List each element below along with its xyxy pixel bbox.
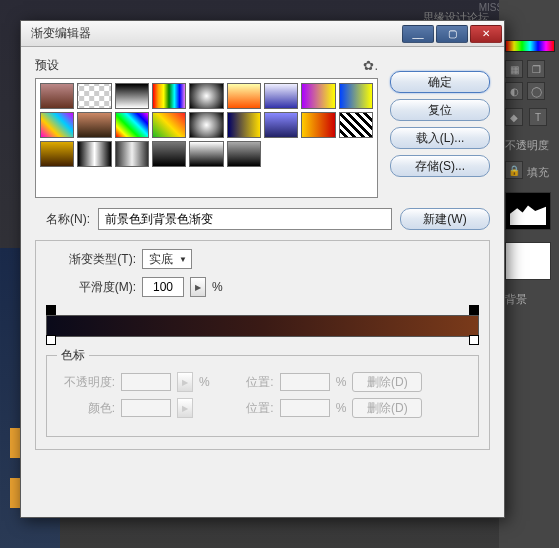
stop-position-input-1 xyxy=(280,373,330,391)
gear-icon[interactable]: ✿. xyxy=(363,58,378,73)
preset-swatch-3[interactable] xyxy=(152,83,186,109)
delete-opacity-stop-button: 删除(D) xyxy=(352,372,422,392)
preset-swatch-11[interactable] xyxy=(115,112,149,138)
preset-swatch-13[interactable] xyxy=(189,112,223,138)
swatch-icon[interactable]: ▦ xyxy=(505,60,523,78)
stop-color-swatch xyxy=(121,399,171,417)
stop-opacity-input xyxy=(121,373,171,391)
layer-thumb-2[interactable] xyxy=(505,242,551,280)
mask-icon[interactable]: ◯ xyxy=(527,82,545,100)
preset-swatch-20[interactable] xyxy=(115,141,149,167)
pct1: % xyxy=(199,375,210,389)
gradient-settings-group: 渐变类型(T): 实底 平滑度(M): ▶ % 色标 不透明度: xyxy=(35,240,490,450)
layer-thumb-1[interactable] xyxy=(505,192,551,230)
pct2: % xyxy=(336,375,347,389)
stop-opacity-label: 不透明度: xyxy=(57,374,115,391)
reset-button[interactable]: 复位 xyxy=(390,99,490,121)
close-button[interactable]: ✕ xyxy=(470,25,502,43)
preset-swatch-15[interactable] xyxy=(264,112,298,138)
smoothness-label: 平滑度(M): xyxy=(46,279,136,296)
stop-position-input-2 xyxy=(280,399,330,417)
bg-layer-label: 背景 xyxy=(505,292,555,307)
panel-icon-row: ▦ ❐ ◐ ◯ xyxy=(505,60,555,100)
pct3: % xyxy=(336,401,347,415)
preset-swatch-10[interactable] xyxy=(77,112,111,138)
dialog-title: 渐变编辑器 xyxy=(31,25,400,42)
preset-swatch-0[interactable] xyxy=(40,83,74,109)
lock-icon[interactable]: 🔒 xyxy=(505,161,523,179)
preset-swatch-2[interactable] xyxy=(115,83,149,109)
stop-position-label-2: 位置: xyxy=(216,400,274,417)
smoothness-spinner[interactable]: ▶ xyxy=(190,277,206,297)
save-button[interactable]: 存储(S)... xyxy=(390,155,490,177)
color-stop-left[interactable] xyxy=(46,335,56,347)
ok-button[interactable]: 确定 xyxy=(390,71,490,93)
preset-swatch-16[interactable] xyxy=(301,112,335,138)
preset-swatch-1[interactable] xyxy=(77,83,111,109)
preset-swatch-21[interactable] xyxy=(152,141,186,167)
opacity-stop-left[interactable] xyxy=(46,305,56,317)
preset-swatch-23[interactable] xyxy=(227,141,261,167)
delete-color-stop-button: 删除(D) xyxy=(352,398,422,418)
preset-swatch-6[interactable] xyxy=(264,83,298,109)
preset-swatch-14[interactable] xyxy=(227,112,261,138)
load-button[interactable]: 载入(L)... xyxy=(390,127,490,149)
smoothness-input[interactable] xyxy=(142,277,184,297)
gradient-type-label: 渐变类型(T): xyxy=(46,251,136,268)
stop-color-label: 颜色: xyxy=(57,400,115,417)
stop-opacity-spinner: ▶ xyxy=(177,372,193,392)
preset-swatch-9[interactable] xyxy=(40,112,74,138)
gradient-type-select[interactable]: 实底 xyxy=(142,249,192,269)
name-label: 名称(N): xyxy=(35,211,90,228)
preset-swatch-12[interactable] xyxy=(152,112,186,138)
stop-color-picker: ▶ xyxy=(177,398,193,418)
layers-icon[interactable]: ❐ xyxy=(527,60,545,78)
preset-swatch-5[interactable] xyxy=(227,83,261,109)
color-spectrum[interactable] xyxy=(505,40,555,52)
text-tool-icon[interactable]: T xyxy=(529,108,547,126)
stops-group: 色标 不透明度: ▶ % 位置: % 删除(D) 颜色: ▶ % 位置: xyxy=(46,347,479,437)
gradient-strip[interactable] xyxy=(46,315,479,337)
preset-grid[interactable] xyxy=(35,78,378,198)
minimize-button[interactable]: __ xyxy=(402,25,434,43)
opacity-stop-right[interactable] xyxy=(469,305,479,317)
preset-swatch-18[interactable] xyxy=(40,141,74,167)
preset-swatch-4[interactable] xyxy=(189,83,223,109)
name-input[interactable] xyxy=(98,208,392,230)
stops-legend: 色标 xyxy=(57,347,89,364)
path-icon[interactable]: ◆ xyxy=(505,108,523,126)
gradient-strip-area xyxy=(46,305,479,347)
new-button[interactable]: 新建(W) xyxy=(400,208,490,230)
preset-swatch-19[interactable] xyxy=(77,141,111,167)
preset-swatch-17[interactable] xyxy=(339,112,373,138)
adjust-icon[interactable]: ◐ xyxy=(505,82,523,100)
maximize-button[interactable]: ▢ xyxy=(436,25,468,43)
gradient-editor-dialog: 渐变编辑器 __ ▢ ✕ 预设 ✿. 确定 复位 载入(L)... 存储(S).… xyxy=(20,20,505,518)
right-panel: ▦ ❐ ◐ ◯ ◆ T 不透明度 🔒 填充 背景 xyxy=(505,40,555,307)
titlebar[interactable]: 渐变编辑器 __ ▢ ✕ xyxy=(21,21,504,47)
preset-swatch-8[interactable] xyxy=(339,83,373,109)
presets-label: 预设 xyxy=(35,57,59,74)
stop-position-label-1: 位置: xyxy=(216,374,274,391)
percent-label: % xyxy=(212,280,223,294)
preset-swatch-7[interactable] xyxy=(301,83,335,109)
color-stop-right[interactable] xyxy=(469,335,479,347)
opacity-panel-label: 不透明度 xyxy=(505,138,555,153)
preset-swatch-22[interactable] xyxy=(189,141,223,167)
fill-label: 填充 xyxy=(527,165,549,180)
